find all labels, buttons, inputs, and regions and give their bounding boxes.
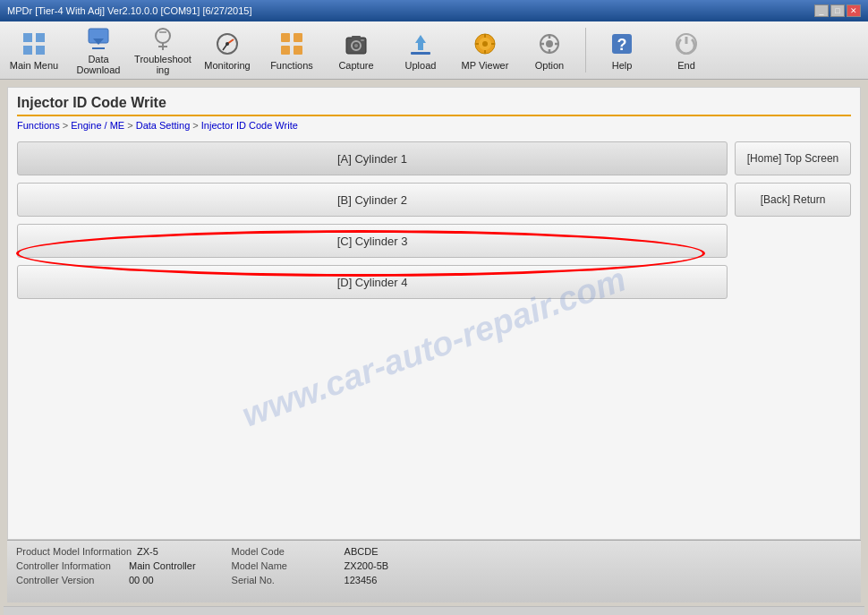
home-button[interactable]: [Home] Top Screen — [735, 141, 851, 175]
status-value: ABCDE — [345, 546, 379, 557]
window-title: MPDr [Tier-4 With Adj] Ver2.10.0.0 [COM9… — [7, 5, 252, 16]
status-row: Serial No.123456 — [232, 575, 389, 585]
status-row: Controller Version00 00 — [16, 575, 196, 585]
monitoring-button[interactable]: Monitoring — [197, 24, 258, 76]
svg-rect-26 — [411, 52, 430, 55]
data-download-label: Data Download — [70, 54, 127, 75]
status-label: Controller Information — [16, 560, 123, 571]
svg-point-35 — [546, 40, 553, 47]
upload-button[interactable]: Upload — [390, 24, 451, 76]
title-bar: MPDr [Tier-4 With Adj] Ver2.10.0.0 [COM9… — [0, 0, 868, 21]
side-buttons-column: [Home] Top Screen[Back] Return — [735, 141, 851, 299]
maximize-button[interactable]: □ — [830, 4, 845, 17]
end-icon — [672, 30, 701, 58]
troubleshoot-button[interactable]: Troubleshoot ing — [132, 24, 193, 76]
status-row: Controller InformationMain Controller — [16, 560, 196, 571]
status-row: Model CodeABCDE — [232, 546, 389, 557]
cylinder-a-button[interactable]: [A] Cylinder 1 — [17, 141, 728, 175]
status-label: Model Code — [232, 546, 339, 557]
cylinder-buttons-column: [A] Cylinder 1[B] Cylinder 2[C] Cylinder… — [17, 141, 728, 299]
status-label: Model Name — [232, 560, 339, 571]
svg-rect-1 — [36, 33, 45, 42]
toolbar-separator — [585, 28, 586, 73]
help-icon: ? — [608, 30, 636, 58]
upload-icon — [406, 30, 435, 58]
monitoring-icon — [213, 30, 242, 58]
mp-viewer-button[interactable]: MP Viewer — [455, 24, 515, 76]
troubleshoot-icon — [149, 25, 177, 52]
svg-rect-15 — [281, 33, 290, 42]
breadcrumb: Functions > Engine / ME > Data Setting >… — [17, 120, 851, 131]
back-button[interactable]: [Back] Return — [735, 183, 851, 217]
status-label: Controller Version — [16, 575, 123, 585]
svg-rect-16 — [294, 33, 302, 42]
main-layout: [A] Cylinder 1[B] Cylinder 2[C] Cylinder… — [17, 141, 851, 299]
toolbar: Main Menu Data Download — [0, 21, 868, 80]
svg-rect-17 — [281, 46, 290, 55]
svg-rect-0 — [23, 33, 32, 42]
troubleshoot-label: Troubleshoot ing — [134, 54, 191, 75]
cylinder-b-button[interactable]: [B] Cylinder 2 — [17, 183, 728, 217]
svg-point-21 — [354, 44, 358, 47]
svg-rect-2 — [23, 46, 32, 55]
upload-label: Upload — [405, 60, 437, 71]
status-label: Serial No. — [232, 575, 339, 585]
end-button[interactable]: End — [656, 24, 717, 76]
capture-label: Capture — [338, 60, 373, 71]
svg-rect-3 — [36, 46, 45, 55]
status-right-column: Model CodeABCDEModel NameZX200-5BSerial … — [232, 546, 389, 597]
end-label: End — [677, 60, 695, 71]
functions-button[interactable]: Functions — [261, 24, 322, 76]
svg-text:?: ? — [617, 36, 627, 54]
main-menu-icon — [20, 30, 48, 58]
status-left-column: Product Model InformationZX-5Controller … — [16, 546, 196, 597]
svg-marker-24 — [415, 35, 426, 43]
status-bar: Product Model InformationZX-5Controller … — [7, 540, 861, 602]
status-value: 123456 — [345, 575, 378, 585]
mp-viewer-icon — [471, 30, 499, 58]
status-row: Product Model InformationZX-5 — [16, 546, 196, 557]
svg-rect-6 — [92, 47, 105, 49]
mp-viewer-label: MP Viewer — [462, 60, 509, 71]
svg-rect-23 — [361, 39, 364, 41]
svg-rect-25 — [418, 43, 423, 50]
breadcrumb-text: Functions > Engine / ME > Data Setting >… — [17, 120, 298, 131]
status-value: ZX-5 — [137, 546, 158, 557]
capture-button[interactable]: Capture — [326, 24, 387, 76]
status-value: ZX200-5B — [345, 560, 389, 571]
scrollbar-area[interactable] — [4, 606, 864, 615]
close-button[interactable]: ✕ — [847, 4, 861, 17]
option-button[interactable]: Option — [519, 24, 580, 76]
status-row: Model NameZX200-5B — [232, 560, 389, 571]
svg-rect-22 — [352, 36, 361, 39]
svg-rect-18 — [294, 46, 302, 55]
help-button[interactable]: ? Help — [591, 24, 652, 76]
data-download-button[interactable]: Data Download — [68, 24, 129, 76]
functions-icon — [277, 30, 306, 58]
svg-point-14 — [226, 42, 229, 46]
window-controls: _ □ ✕ — [814, 4, 861, 17]
monitoring-label: Monitoring — [204, 60, 250, 71]
option-icon — [535, 30, 564, 58]
svg-point-29 — [482, 41, 488, 47]
svg-point-7 — [156, 29, 170, 43]
data-download-icon — [84, 25, 113, 52]
minimize-button[interactable]: _ — [814, 4, 829, 17]
status-label: Product Model Information — [16, 546, 132, 557]
option-label: Option — [535, 60, 564, 71]
main-menu-label: Main Menu — [10, 60, 58, 71]
capture-icon — [342, 30, 370, 58]
status-value: 00 00 — [129, 575, 154, 585]
functions-label: Functions — [270, 60, 313, 71]
status-value: Main Controller — [129, 560, 196, 571]
help-label: Help — [612, 60, 633, 71]
cylinder-d-button[interactable]: [D] Cylinder 4 — [17, 265, 728, 299]
main-menu-button[interactable]: Main Menu — [4, 24, 64, 76]
cylinder-c-button[interactable]: [C] Cylinder 3 — [17, 224, 728, 258]
content-area: Injector ID Code Write Functions > Engin… — [7, 87, 861, 540]
page-title: Injector ID Code Write — [17, 95, 851, 116]
